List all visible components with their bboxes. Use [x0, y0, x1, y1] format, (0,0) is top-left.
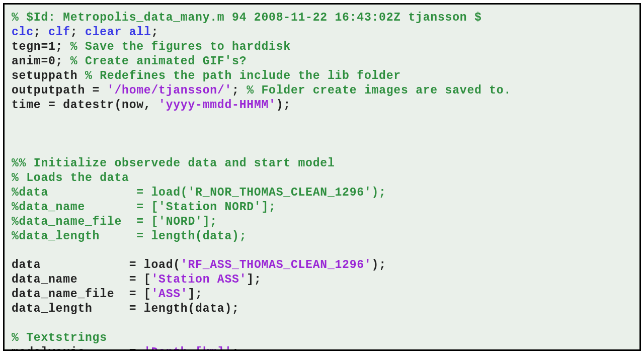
comment-text: % Folder create images are saved to.	[247, 84, 511, 97]
comment-text: %data_name_file = ['NORD'];	[12, 215, 217, 228]
string-literal: 'RF_ASS_THOMAS_CLEAN_1296'	[181, 258, 372, 272]
comment-text: %data_length = length(data);	[12, 230, 247, 243]
string-literal: 'ASS'	[151, 288, 188, 301]
code-line: %data_length = length(data);	[12, 229, 632, 244]
code-text: outputpath =	[12, 84, 107, 97]
comment-text: % Loads the data	[12, 171, 129, 185]
code-text: ;	[232, 84, 247, 97]
code-line: % Textstrings	[12, 331, 632, 345]
code-text: ];	[188, 288, 202, 301]
code-line: % $Id: Metropolis_data_many.m 94 2008-11…	[12, 11, 632, 25]
keyword: clf	[48, 26, 70, 39]
blank-line	[12, 127, 632, 142]
punct: ;	[151, 26, 158, 39]
code-text: ;	[232, 346, 239, 351]
code-line: data_length = length(data);	[12, 302, 632, 316]
comment-text: % Save the figures to harddisk	[70, 40, 291, 53]
code-line: data_name_file = ['ASS'];	[12, 287, 632, 302]
string-literal: 'Depth [km]'	[144, 346, 232, 351]
blank-line	[12, 142, 632, 156]
comment-text: %% Initialize observede data and start m…	[12, 157, 335, 170]
comment-text: % $Id: Metropolis_data_many.m 94 2008-11…	[12, 11, 482, 24]
code-text: data = load(	[12, 258, 181, 272]
comment-text: %data = load('R_NOR_THOMAS_CLEAN_1296');	[12, 186, 386, 199]
code-line: % Loads the data	[12, 171, 632, 186]
code-line: setuppath % Redefines the path include t…	[12, 69, 632, 83]
code-line: data = load('RF_ASS_THOMAS_CLEAN_1296');	[12, 258, 632, 273]
blank-line	[12, 316, 632, 331]
code-line: %data_name = ['Station NORD'];	[12, 200, 632, 215]
code-editor-frame: % $Id: Metropolis_data_many.m 94 2008-11…	[3, 3, 641, 351]
code-text: time = datestr(now,	[12, 99, 158, 112]
code-line: time = datestr(now, 'yyyy-mmdd-HHMM');	[12, 98, 632, 113]
code-line: clc; clf; clear all;	[12, 25, 632, 40]
keyword: clc	[12, 26, 34, 39]
code-text: tegn=1;	[12, 40, 70, 53]
keyword: clear all	[85, 26, 151, 39]
punct: ;	[34, 26, 48, 39]
code-text: modelyaxis =	[12, 346, 144, 351]
string-literal: '/home/tjansson/'	[107, 84, 232, 97]
code-line: %data = load('R_NOR_THOMAS_CLEAN_1296');	[12, 186, 632, 200]
code-text: data_name_file = [	[12, 288, 151, 301]
code-line: tegn=1; % Save the figures to harddisk	[12, 40, 632, 54]
blank-line	[12, 113, 632, 127]
blank-line	[12, 244, 632, 258]
code-line: %% Initialize observede data and start m…	[12, 156, 632, 171]
comment-text: % Create animated GIF's?	[70, 55, 247, 68]
code-text: data_length = length(data);	[12, 302, 239, 315]
punct: ;	[70, 26, 85, 39]
code-line: modelyaxis = 'Depth [km]';	[12, 345, 632, 351]
code-text: );	[276, 99, 291, 112]
code-text: anim=0;	[12, 55, 70, 68]
string-literal: 'Station ASS'	[151, 273, 247, 286]
code-line: anim=0; % Create animated GIF's?	[12, 54, 632, 69]
code-line: data_name = ['Station ASS'];	[12, 273, 632, 287]
code-line: %data_name_file = ['NORD'];	[12, 215, 632, 229]
code-text: setuppath	[12, 69, 85, 82]
code-text: data_name = [	[12, 273, 151, 286]
comment-text: % Textstrings	[12, 331, 107, 344]
string-literal: 'yyyy-mmdd-HHMM'	[158, 99, 276, 112]
code-text: ];	[247, 273, 261, 286]
comment-text: %data_name = ['Station NORD'];	[12, 201, 276, 214]
code-line: outputpath = '/home/tjansson/'; % Folder…	[12, 83, 632, 98]
code-text: );	[372, 258, 386, 272]
comment-text: % Redefines the path include the lib fol…	[85, 69, 401, 82]
